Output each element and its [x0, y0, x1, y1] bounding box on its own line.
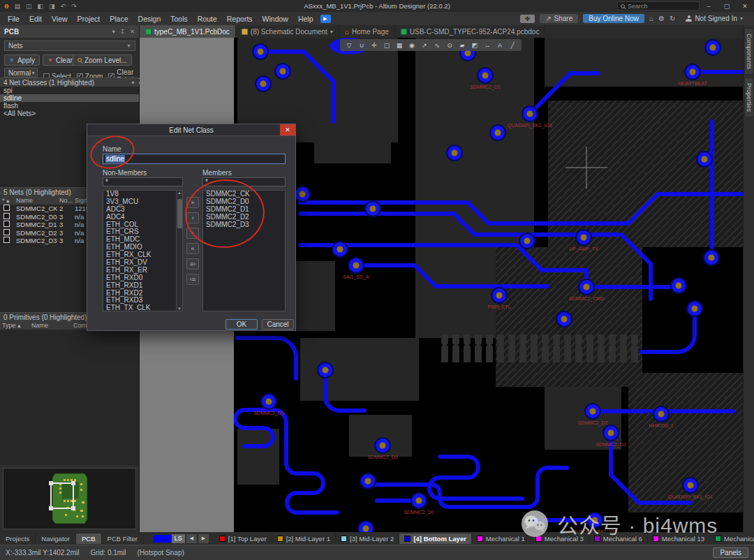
panels-button[interactable]: Panels [713, 547, 748, 558]
text-icon[interactable]: A [494, 40, 505, 50]
via[interactable] [490, 125, 505, 140]
members-list[interactable]: SDMMC2_CKSDMMC2_D0SDMMC2_D1SDMMC2_D2SDMM… [202, 190, 286, 311]
via[interactable] [704, 250, 719, 265]
mask-mode-select[interactable]: Normal▼ [4, 68, 38, 78]
bottom-tab-pcb[interactable]: PCB [76, 533, 102, 544]
via[interactable] [447, 145, 462, 161]
sync-icon[interactable]: ↻ [670, 15, 675, 22]
non-members-scrollbar[interactable]: ▲▼ [176, 191, 182, 311]
pad-icon[interactable]: ◉ [406, 40, 417, 50]
filter-icon[interactable]: ▽ [343, 40, 355, 50]
dimension-icon[interactable]: ↔ [482, 40, 493, 50]
doc-tab-typec-mb-1v1-pcbdoc[interactable]: typeC_MB_1V1.PcbDoc [140, 25, 236, 38]
current-layer-swatch[interactable] [154, 535, 172, 543]
layer-tab-1-top-layer[interactable]: [1] Top Layer [214, 533, 272, 544]
snippet-icon[interactable]: ◩ [469, 40, 480, 50]
line-icon[interactable]: ╱ [507, 40, 518, 50]
apply-button[interactable]: ▼Apply [4, 54, 40, 66]
layer-set-label[interactable]: LS [172, 534, 185, 543]
non-member-item-eth-tx-clk[interactable]: ETH_TX_CLK [103, 304, 182, 311]
undo-icon[interactable]: ↶ [61, 3, 66, 10]
move-matching-left-button[interactable]: ‹≡ [186, 274, 199, 285]
cancel-button[interactable]: Cancel [262, 319, 294, 330]
via[interactable] [671, 278, 686, 293]
via[interactable] [318, 362, 333, 378]
menu-route[interactable]: Route [193, 15, 222, 23]
via[interactable] [519, 233, 535, 249]
save-icon[interactable]: ▤ [15, 3, 21, 10]
select-area-icon[interactable]: ▢ [381, 40, 392, 50]
layer-scroll-right-button[interactable]: ▶ [198, 534, 209, 543]
via[interactable] [358, 521, 374, 532]
tune-meander-icon[interactable]: ∿ [431, 40, 443, 50]
polygon-icon[interactable]: ▰ [457, 40, 468, 50]
via[interactable] [687, 301, 702, 316]
layer-tab-3-mid-layer-2[interactable]: [3] Mid-Layer 2 [336, 533, 399, 544]
net-color-swatch[interactable] [3, 205, 10, 211]
net-color-swatch[interactable] [3, 229, 10, 235]
net-classes-header[interactable]: 4 Net Classes (1 Highlighted)▼ [0, 78, 139, 87]
bottom-tab-projects[interactable]: Projects [0, 533, 36, 544]
via[interactable] [697, 152, 712, 167]
chevron-down-icon[interactable]: ▾ [330, 29, 333, 35]
net-color-swatch[interactable] [3, 237, 10, 243]
move-left-button[interactable]: ‹ [186, 228, 199, 239]
bottom-tab-navigator[interactable]: Navigator [36, 533, 76, 544]
menu-reports[interactable]: Reports [222, 15, 258, 23]
doc-tab-8-schematic-document[interactable]: (8) Schematic Document▾ [236, 25, 339, 38]
non-member-item-eth-rxd1[interactable]: ETH_RXD1 [103, 282, 182, 290]
search-input[interactable]: Search [617, 1, 700, 10]
scrollbar-thumb[interactable] [177, 199, 182, 228]
gear-icon[interactable]: ⚙ [658, 15, 665, 22]
share-button[interactable]: ↗Share [540, 14, 578, 23]
copy-icon[interactable]: ◫ [26, 3, 32, 10]
home-icon[interactable]: ⌂ [649, 15, 653, 22]
net-class-item-spi[interactable]: spi [0, 87, 139, 94]
menu-help[interactable]: Help [293, 15, 318, 23]
move-all-right-button[interactable]: » [186, 197, 199, 208]
name-input[interactable]: sdline [103, 154, 286, 164]
net-class-item-all-nets[interactable]: <All Nets> [0, 110, 139, 117]
net-class-item-flash[interactable]: flash [0, 102, 139, 110]
comment-button[interactable]: ✚ [520, 15, 535, 23]
ok-button[interactable]: OK [226, 319, 258, 330]
zoom-level-button[interactable]: Zoom Level... [73, 54, 132, 66]
redo-icon[interactable]: ↷ [71, 3, 77, 10]
menu-edit[interactable]: Edit [24, 15, 47, 23]
layer-tab-mechanical-3[interactable]: Mechanical 3 [531, 533, 589, 544]
via[interactable] [365, 201, 380, 216]
via[interactable] [295, 186, 310, 202]
panel-close-icon[interactable]: ✕ [130, 28, 135, 35]
via[interactable] [360, 473, 376, 489]
layer-tab-mechanical-15[interactable]: Mechanical 15 [710, 533, 754, 544]
via[interactable] [256, 76, 271, 91]
sign-in-button[interactable]: Not Signed In ▾ [680, 14, 748, 23]
panel-dropdown-icon[interactable]: ▾ [112, 28, 114, 35]
open-project-icon[interactable]: ◨ [49, 3, 55, 10]
members-filter-input[interactable]: * [202, 177, 286, 186]
magnet-icon[interactable]: ∪ [356, 40, 367, 50]
via[interactable] [253, 44, 268, 59]
maximize-button[interactable]: ▢ [718, 0, 736, 12]
dialog-close-button[interactable]: ✕ [280, 124, 295, 135]
menu-place[interactable]: Place [105, 15, 133, 23]
menu-window[interactable]: Window [258, 15, 293, 23]
buy-online-now-button[interactable]: Buy Online Now [583, 14, 644, 23]
menu-tools[interactable]: Tools [165, 15, 193, 23]
layer-tab-2-mid-layer-1[interactable]: [2] Mid-Layer 1 [272, 533, 336, 544]
move-matching-right-button[interactable]: ≡› [186, 258, 199, 270]
move-right-button[interactable]: › [186, 212, 199, 223]
non-member-item-adc4[interactable]: ADC4 [103, 214, 182, 221]
move-icon[interactable]: ✛ [369, 40, 380, 50]
tab-properties[interactable]: Properties [744, 78, 754, 117]
doc-tab-usb-c-smd-typec-952-acp24-pcbdoc[interactable]: USB-C-SMD_TYPEC-952-ACP24.pcbdoc [395, 25, 546, 38]
doc-tab-home-page[interactable]: ⌂Home Page [339, 25, 395, 38]
layer-tab-mechanical-13[interactable]: Mechanical 13 [648, 533, 710, 544]
menu-view[interactable]: View [47, 15, 73, 23]
layer-tab-mechanical-1[interactable]: Mechanical 1 [472, 533, 531, 544]
via[interactable] [275, 64, 290, 79]
via[interactable] [332, 242, 348, 257]
pin-icon[interactable]: ↧ [120, 28, 125, 35]
layer-tab-4-bottom-layer[interactable]: [4] Bottom Layer [399, 533, 471, 544]
non-members-list[interactable]: 1V83V3_MCUADC3ADC4ETH_COLETH_CRSETH_MDCE… [103, 190, 183, 311]
